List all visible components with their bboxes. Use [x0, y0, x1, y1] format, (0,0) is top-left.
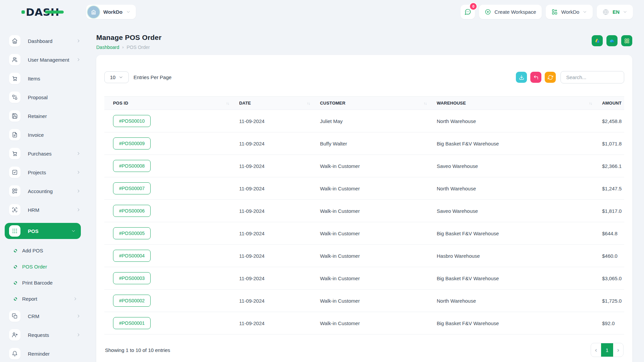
sidebar-item-proposal[interactable]: Proposal [9, 92, 81, 103]
breadcrumb-dashboard-link[interactable]: Dashboard [96, 45, 119, 50]
export-button[interactable] [516, 72, 527, 83]
pos-id-badge[interactable]: #POS00007 [113, 182, 151, 194]
pagination: ‹ 1 › [591, 343, 624, 357]
pos-id-badge[interactable]: #POS00009 [113, 137, 151, 149]
chevron-icon [76, 39, 81, 43]
sidebar-subitem-pos-order[interactable]: POS Order [14, 262, 77, 271]
cell-warehouse: North Warehouse [437, 177, 602, 200]
grid-plus-icon [551, 9, 558, 15]
main-content: Manage POS Order Dashboard › POS Order 1… [86, 24, 644, 362]
proposal-icon [9, 92, 20, 103]
pos-id-badge[interactable]: #POS00002 [113, 295, 151, 307]
sort-arrows-icon: ↑↓ [589, 101, 592, 105]
breadcrumb-current: POS Order [127, 45, 150, 50]
previous-page-button[interactable]: ‹ [591, 343, 601, 357]
pos-id-badge[interactable]: #POS00010 [113, 115, 151, 127]
sidebar-item-label: CRM [28, 313, 39, 319]
sidebar-item-accounting[interactable]: Accounting [9, 185, 81, 197]
language-selector[interactable]: EN [597, 5, 633, 19]
cell-customer: Walk-in Customer [320, 312, 437, 335]
cell-warehouse: North Warehouse [437, 110, 602, 132]
undo-button[interactable] [530, 72, 541, 83]
plus-circle-icon [485, 9, 491, 15]
cell-warehouse: Hasbro Warehouse [437, 245, 602, 267]
sidebar-item-items[interactable]: Items [9, 73, 81, 84]
sidebar-item-retainer[interactable]: Retainer [9, 110, 81, 122]
sidebar-item-crm[interactable]: CRM [9, 310, 81, 322]
column-header-label: DATE [239, 101, 251, 106]
cell-amount: $1,247.5 [602, 177, 624, 200]
retainer-icon [9, 110, 20, 122]
brand-logo: DASH [0, 6, 86, 18]
apps-grid-button[interactable] [621, 35, 632, 46]
sidebar-item-reminder[interactable]: Reminder [9, 348, 81, 359]
google-drive-button[interactable] [592, 35, 603, 46]
sidebar-subitem-label: Add POS [22, 248, 43, 253]
table-row: #POS00007 11-09-2024 Walk-in Customer No… [104, 177, 624, 200]
pos-id-badge[interactable]: #POS00008 [113, 160, 151, 172]
cart-icon [9, 73, 20, 84]
cell-amount: $1,725.0 [602, 290, 624, 312]
cell-amount: $3,065.0 [602, 267, 624, 290]
pos-id-badge[interactable]: #POS00005 [113, 227, 151, 239]
column-header-pos-id[interactable]: POS ID↑↓ [104, 97, 239, 110]
chevron-icon [76, 170, 81, 175]
sidebar-subitem-label: Report [22, 296, 37, 302]
sidebar-item-pos[interactable]: POS [5, 223, 81, 239]
home-icon [9, 35, 20, 47]
messages-button[interactable]: 0 [461, 5, 475, 19]
download-icon [519, 75, 524, 80]
pos-id-badge[interactable]: #POS00001 [113, 317, 151, 329]
create-workspace-button[interactable]: Create Workspace [479, 5, 542, 19]
apps-grid-icon [624, 38, 630, 44]
sidebar-item-purchases[interactable]: Purchases [9, 148, 81, 159]
sidebar-item-label: POS [28, 228, 39, 234]
next-page-button[interactable]: › [613, 343, 623, 357]
pos-orders-table: POS ID↑↓ DATE↑↓ CUSTOMER↑↓ WAREHOUSE↑↓ A… [104, 96, 624, 335]
cell-customer: Walk-in Customer [320, 267, 437, 290]
table-row: #POS00009 11-09-2024 Buffy Walter Big Ba… [104, 132, 624, 155]
workspace-switcher[interactable]: WorkDo [86, 5, 136, 19]
sidebar-item-hrm[interactable]: HRM [9, 204, 81, 216]
showing-entries-text: Showing 1 to 10 of 10 entries [105, 347, 170, 353]
cell-date: 11-09-2024 [239, 222, 320, 245]
table-row: #POS00004 11-09-2024 Walk-in Customer Ha… [104, 245, 624, 267]
onedrive-button[interactable] [606, 35, 618, 46]
sidebar-item-projects[interactable]: Projects [9, 167, 81, 178]
sidebar-item-label: Requests [28, 332, 49, 338]
refresh-button[interactable] [545, 72, 556, 83]
logo-accent-bar [45, 10, 64, 13]
sidebar-subitem-report[interactable]: Report [14, 294, 77, 303]
cell-amount: $1,071.8 [602, 132, 624, 155]
pos-id-badge[interactable]: #POS00003 [113, 272, 151, 284]
column-header-label: AMOUNT [602, 101, 622, 106]
cell-date: 11-09-2024 [239, 312, 320, 335]
search-input[interactable] [560, 71, 624, 83]
pos-id-badge[interactable]: #POS00006 [113, 205, 151, 217]
app-menu-button[interactable]: WorkDo [546, 5, 593, 19]
cell-date: 11-09-2024 [239, 267, 320, 290]
sidebar-item-requests[interactable]: Requests [9, 329, 81, 341]
sidebar-item-dashboard[interactable]: Dashboard [9, 35, 81, 47]
sidebar-subitem-add-pos[interactable]: Add POS [14, 246, 77, 255]
column-header-customer[interactable]: CUSTOMER↑↓ [320, 97, 437, 110]
sidebar-item-user-management[interactable]: User Management [9, 54, 81, 65]
column-header-label: CUSTOMER [320, 101, 345, 106]
sidebar-subitem-print-barcode[interactable]: Print Barcode [14, 278, 77, 287]
cell-amount: $1,817.0 [602, 200, 624, 222]
sort-arrows-icon: ↑↓ [226, 101, 229, 105]
cell-date: 11-09-2024 [239, 132, 320, 155]
sidebar-item-invoice[interactable]: Invoice [9, 129, 81, 140]
column-header-date[interactable]: DATE↑↓ [239, 97, 320, 110]
cell-date: 11-09-2024 [239, 290, 320, 312]
table-row: #POS00006 11-09-2024 Walk-in Customer Sa… [104, 200, 624, 222]
logo-accent-dot [21, 10, 25, 14]
table-header-row: POS ID↑↓ DATE↑↓ CUSTOMER↑↓ WAREHOUSE↑↓ A… [104, 97, 624, 110]
entries-per-page-select[interactable]: 10 [104, 71, 129, 83]
column-header-amount: AMOUNT [602, 97, 624, 110]
pos-id-badge[interactable]: #POS00004 [113, 250, 151, 262]
column-header-warehouse[interactable]: WAREHOUSE↑↓ [437, 97, 602, 110]
current-page-button[interactable]: 1 [601, 343, 613, 357]
chevron-icon [71, 229, 76, 233]
sidebar-item-label: Dashboard [28, 38, 52, 44]
